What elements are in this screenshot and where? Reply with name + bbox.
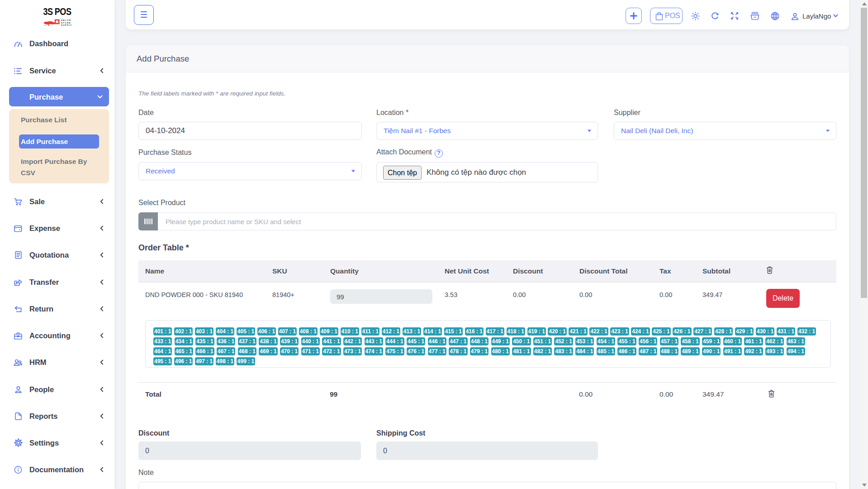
svg-text:SUPPLY: SUPPLY	[61, 24, 72, 26]
svg-text:SALON: SALON	[61, 19, 71, 21]
svg-text:STORE: STORE	[61, 22, 71, 24]
